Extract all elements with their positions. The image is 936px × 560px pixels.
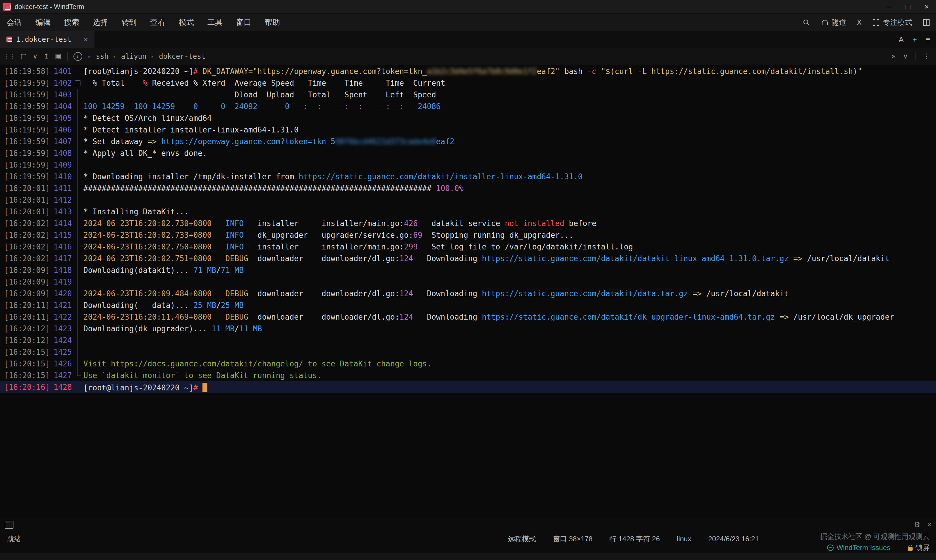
terminal[interactable]: [16:19:58]1401[root@lianjs-20240220 ~]# … [0,66,936,517]
text-segment: downloader [248,254,322,263]
url-link[interactable]: https://static.guance.com/datakit/dk_upg… [482,312,775,322]
menu-goto[interactable]: 转到 [115,14,143,31]
line-number: 1418 [54,265,72,276]
fold-gutter [72,148,83,159]
line-content [83,276,936,288]
line-content [83,159,936,171]
text-segment: Set log file to /var/log/datakit/install… [418,242,633,251]
url-link[interactable]: https://openway.guance.com?token=tkn_5 [161,137,335,146]
status-datetime[interactable]: 2024/6/23 16:21 [708,535,759,543]
text-segment [789,254,794,263]
line-timestamp: [16:20:12] [4,323,50,335]
info-icon[interactable]: i [74,52,82,61]
text-segment: [root@lianjs-20240220 ~] [83,67,193,76]
breadcrumb: ▸ssh▸aliyun▸dokcer-test [88,52,206,60]
fold-gutter [72,171,83,183]
search-icon[interactable] [802,18,811,27]
terminal-line: [16:20:02]14172024-06-23T16:20:02.751+08… [0,253,936,265]
menu-mode[interactable]: 模式 [172,14,201,31]
new-tab-button[interactable]: + [913,35,917,44]
fold-gutter [72,112,83,124]
maximize-button[interactable]: □ [899,0,917,14]
line-timestamp: [16:20:01] [4,206,50,218]
line-number: 1401 [54,66,72,77]
more-button[interactable]: » [891,52,895,60]
fold-gutter [72,229,83,241]
tunnel-button[interactable]: 隧道 [821,17,846,27]
url-link[interactable]: https://static.guance.com/datakit/dataki… [482,254,789,263]
tab-close-icon[interactable]: × [84,35,88,44]
url-link[interactable]: 98f6bcd4621d373cade4e8 [335,137,436,146]
status-os-type[interactable]: linux [677,535,691,543]
text-segment [688,289,692,298]
fold-gutter [72,101,83,112]
text-segment: / [216,301,221,310]
status-ready: 就绪 [7,534,21,544]
url-link[interactable]: https://static.guance.com/datakit/data.t… [482,289,688,298]
line-timestamp: [16:19:59] [4,171,50,183]
line-timestamp: [16:20:15] [4,358,50,370]
menu-search[interactable]: 搜索 [57,14,86,31]
settings-gear-icon[interactable]: ⚙ [914,520,920,529]
layout-grid-icon[interactable] [922,19,930,26]
encoding-button[interactable]: A [899,35,904,44]
text-segment [211,219,225,228]
tab-list-button[interactable]: ≡ [926,35,930,44]
watermark-text: 掘金技术社区 @ 可观测性用观测云 [820,532,930,541]
tab-dokcer-test[interactable]: 1.dokcer-test × [0,31,94,48]
close-button[interactable]: × [917,0,936,14]
toolbar-divider [916,52,916,60]
menu-help[interactable]: 帮助 [258,14,287,31]
new-session-icon[interactable]: ▢ [20,52,27,60]
toolbar-grip-handle[interactable]: ⋮⋮ [3,52,15,60]
chevron-down-icon[interactable]: ∨ [33,52,38,60]
x-server-button[interactable]: X [857,18,862,27]
text-segment: downloader [248,312,322,322]
breadcrumb-item[interactable]: aliyun [121,52,146,60]
minimize-button[interactable]: ─ [880,0,899,14]
url-link[interactable]: https://static.guance.com/datakit/instal… [299,172,583,181]
menu-edit[interactable]: 编辑 [29,14,57,31]
line-content: Downloading(datakit)... 71 MB/71 MB [83,265,936,276]
terminal-panel-icon[interactable] [5,521,14,529]
status-cursor-position[interactable]: 行 1428 字符 26 [609,534,660,544]
detach-icon[interactable]: ↥ [43,52,49,60]
menu-select[interactable]: 选择 [86,14,115,31]
lock-screen-button[interactable]: 锁屏 [908,543,930,552]
terminal-line: [16:20:09]14202024-06-23T16:20:09.484+08… [0,288,936,300]
menu-window[interactable]: 窗口 [230,14,258,31]
fold-gutter [72,323,83,335]
windterm-issues-link[interactable]: WindTerm Issues [827,544,890,552]
terminal-cursor [202,383,207,392]
panel-close-icon[interactable]: × [927,520,931,529]
text-segment: 71 MB [193,266,216,275]
toolbar-right: » ∨ ⋮ [891,52,933,60]
line-content: 2024-06-23T16:20:09.484+0800 DEBUG downl… [83,288,936,300]
fold-collapse-icon[interactable] [72,77,83,89]
text-segment: % [143,78,148,88]
text-segment: DEBUG [225,312,248,322]
menu-tools[interactable]: 工具 [201,14,230,31]
status-window-size[interactable]: 窗口 38×178 [553,534,592,544]
fold-gutter [72,253,83,265]
duplicate-icon[interactable]: ▣ [55,52,62,60]
url-link[interactable]: eaf2 [436,137,454,146]
terminal-line: [16:19:58]1401[root@lianjs-20240220 ~]# … [0,66,936,77]
expand-button[interactable]: ∨ [903,52,908,60]
overflow-menu-icon[interactable]: ⋮ [924,52,930,60]
text-segment: -c [587,67,596,76]
status-remote-mode[interactable]: 远程模式 [508,534,536,544]
text-segment: Use `datakit monitor` to see DataKit run… [83,371,322,380]
line-content: ########################################… [83,183,936,194]
text-segment: 124 [399,289,413,298]
terminal-line: [16:20:12]1423Downloading(dk_upgrader)..… [0,323,936,335]
breadcrumb-item[interactable]: dokcer-test [159,52,205,60]
status-bar-strip [0,553,936,560]
menu-session[interactable]: 会话 [0,14,29,31]
breadcrumb-item[interactable]: ssh [96,52,108,60]
focus-mode-button[interactable]: 专注模式 [872,17,912,27]
fold-gutter [72,159,83,171]
line-content: * Detect installer installer-linux-amd64… [83,124,936,136]
menu-view[interactable]: 查看 [143,14,172,31]
status-bar-main: 就绪 远程模式窗口 38×178行 1428 字符 26linux2024/6/… [0,530,936,548]
